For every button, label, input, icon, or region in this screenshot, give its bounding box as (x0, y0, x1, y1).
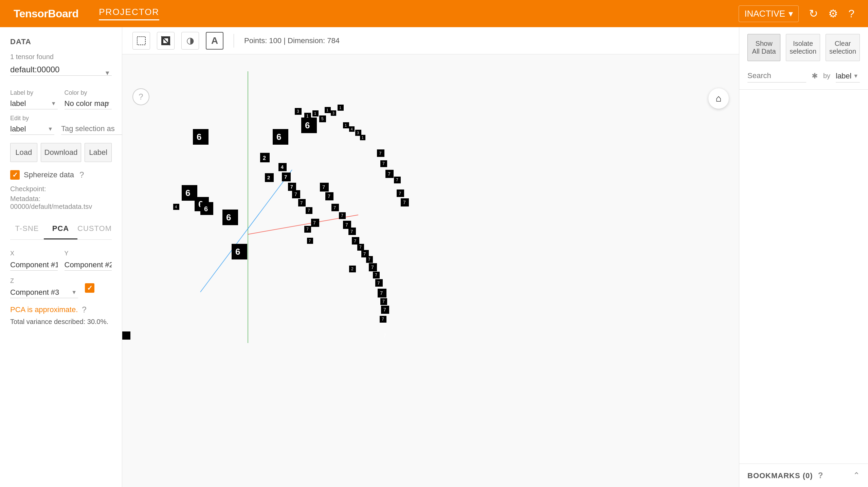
chevron-down-icon: ▾ (789, 8, 793, 19)
help-icon[interactable]: ? (848, 7, 854, 20)
bookmarks-header: BOOKMARKS (0) ? ⌃ (747, 471, 860, 480)
right-panel: Show All Data Isolate selection Clear se… (739, 27, 868, 487)
metadata-row: Metadata: 00000/default/metadata.tsv (10, 195, 112, 211)
svg-rect-0 (137, 37, 145, 45)
x-axis-group: X Component #1 (10, 250, 58, 271)
variance-text: Total variance described: 30.0%. (10, 318, 112, 326)
sidebar: DATA 1 tensor found default:00000 Label … (0, 27, 122, 487)
bookmarks-chevron-icon[interactable]: ⌃ (853, 471, 860, 480)
svg-text:7: 7 (383, 333, 386, 338)
edit-by-select[interactable]: label (10, 123, 54, 135)
search-by-select[interactable]: label (836, 70, 860, 83)
svg-text:7: 7 (354, 238, 356, 244)
tensor-select[interactable]: default:00000 (10, 64, 112, 76)
pca-help-icon[interactable]: ? (82, 305, 86, 314)
bookmarks-help-icon[interactable]: ? (818, 471, 824, 480)
contrast-icon[interactable]: ◑ (181, 32, 199, 50)
svg-text:1: 1 (345, 123, 347, 127)
isolate-selection-button[interactable]: Isolate selection (786, 34, 820, 61)
svg-text:7: 7 (388, 171, 391, 177)
y-label: Y (65, 250, 112, 257)
action-buttons: Show All Data Isolate selection Clear se… (747, 34, 860, 61)
search-input[interactable] (747, 69, 806, 83)
sphereize-checkbox[interactable]: ✓ (10, 170, 20, 180)
label-by-select-wrapper: label (10, 98, 58, 109)
edit-by-row: Edit by label (10, 115, 112, 135)
z-checkmark-icon: ✓ (87, 284, 93, 292)
svg-text:7: 7 (383, 307, 386, 312)
tensor-found-text: 1 tensor found (10, 53, 112, 61)
visualization-help-button[interactable]: ? (132, 88, 149, 105)
right-top: Show All Data Isolate selection Clear se… (739, 27, 868, 90)
svg-text:7: 7 (368, 257, 370, 262)
color-by-select-wrapper: No color map (65, 98, 112, 109)
search-by-select-wrapper: label (836, 70, 860, 83)
z-axis-group: Z Component #3 (10, 277, 78, 298)
load-button[interactable]: Load (10, 143, 37, 162)
buttons-row: Load Download Label (10, 143, 112, 162)
svg-text:6: 6 (185, 188, 190, 198)
svg-text:7: 7 (382, 299, 385, 304)
scatter-plot[interactable]: 6 6 6 6 6 6 6 6 2 2 4 7 7 3 1 (122, 54, 739, 487)
checkpoint-label: Checkpoint: (10, 185, 46, 193)
tab-custom[interactable]: CUSTOM (77, 219, 112, 239)
status-dropdown[interactable]: INACTIVE ▾ (739, 5, 799, 22)
svg-text:6: 6 (226, 212, 231, 222)
metadata-label: Metadata: (10, 195, 40, 202)
y-axis-group: Y Component #2 (65, 250, 112, 271)
app-logo: TensorBoard (14, 7, 78, 20)
svg-text:7: 7 (308, 208, 310, 213)
label-by-group: Label by label (10, 89, 58, 109)
sphereize-label: Sphereize data (24, 170, 74, 179)
svg-text:4: 4 (351, 127, 353, 131)
show-all-data-button[interactable]: Show All Data (747, 34, 780, 61)
svg-text:2: 2 (263, 155, 266, 161)
svg-text:7: 7 (382, 161, 385, 166)
night-mode-icon[interactable] (157, 32, 175, 50)
svg-text:6: 6 (197, 132, 201, 142)
svg-text:1: 1 (326, 108, 328, 112)
svg-text:7: 7 (350, 229, 353, 234)
select-box-icon[interactable] (132, 32, 150, 50)
sphereize-row: ✓ Sphereize data ? (10, 170, 112, 180)
sphereize-help-icon[interactable]: ? (79, 170, 84, 180)
pca-approx-text: PCA is approximate. ? (10, 305, 112, 314)
svg-line-6 (200, 170, 292, 292)
settings-icon[interactable]: ⚙ (828, 7, 838, 20)
z-select[interactable]: Component #3 (10, 287, 78, 298)
y-select[interactable]: Component #2 (65, 259, 112, 271)
edit-by-label: Edit by (10, 115, 54, 122)
download-button[interactable]: Download (41, 143, 82, 162)
nav-projector[interactable]: PROJECTOR (99, 7, 159, 20)
tensor-select-wrapper: default:00000 (10, 64, 112, 83)
svg-text:4: 4 (175, 205, 177, 209)
x-select[interactable]: Component #1 (10, 259, 58, 271)
xy-axis-row: X Component #1 Y Component #2 (10, 250, 112, 271)
refresh-icon[interactable]: ↻ (809, 7, 818, 20)
svg-text:7: 7 (300, 200, 303, 205)
z-enable-checkbox[interactable]: ✓ (85, 283, 94, 293)
by-label: by (823, 72, 830, 80)
tag-selection-input[interactable] (61, 117, 122, 135)
svg-text:3: 3 (332, 111, 334, 115)
tab-pca[interactable]: PCA (44, 219, 77, 239)
x-label: X (10, 250, 58, 257)
data-points[interactable]: 6 6 6 6 6 6 6 6 2 2 4 7 7 3 1 (122, 105, 409, 340)
svg-text:7: 7 (313, 220, 316, 226)
toolbar-separator (234, 34, 234, 48)
tab-tsne[interactable]: T-SNE (10, 219, 44, 239)
label-button[interactable]: Label (85, 143, 112, 162)
svg-text:7: 7 (309, 239, 311, 243)
color-by-select[interactable]: No color map (65, 98, 112, 109)
status-label: INACTIVE (744, 8, 785, 19)
bookmarks-title: BOOKMARKS (0) ? (747, 471, 823, 480)
svg-text:6: 6 (204, 205, 208, 213)
home-button[interactable]: ⌂ (708, 88, 729, 109)
data-section-title: DATA (10, 37, 112, 46)
clear-selection-button[interactable]: Clear selection (826, 34, 860, 61)
label-by-select[interactable]: label (10, 98, 58, 109)
text-icon[interactable]: A (206, 32, 223, 50)
svg-text:7: 7 (363, 251, 366, 256)
z-label: Z (10, 277, 78, 285)
canvas-area[interactable]: ◑ A Points: 100 | Dimension: 784 6 6 6 (122, 27, 739, 487)
